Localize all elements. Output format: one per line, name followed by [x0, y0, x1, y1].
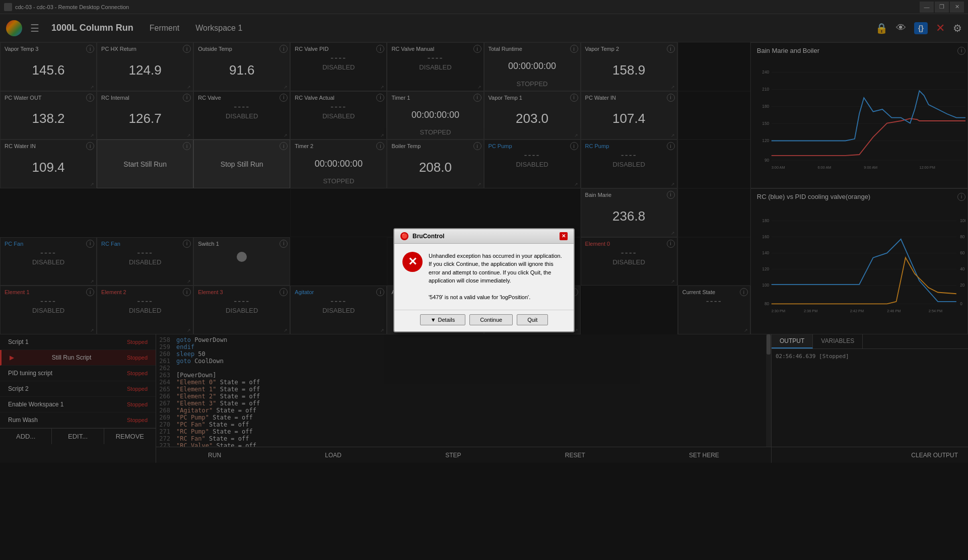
- dialog-title-icon: 🔴: [400, 232, 408, 240]
- dialog-detail: '5479' is not a valid value for 'logPosi…: [429, 294, 530, 300]
- dialog-close-button[interactable]: ✕: [560, 232, 568, 240]
- dialog-title: 🔴 BruControl ✕: [394, 229, 574, 244]
- dialog-title-text: BruControl: [412, 233, 444, 240]
- dialog-box: 🔴 BruControl ✕ ✕ Unhandled exception has…: [393, 228, 575, 332]
- dialog-message: Unhandled exception has occurred in your…: [429, 253, 562, 284]
- details-arrow: ▼: [431, 317, 436, 323]
- dialog-footer: ▼ Details Continue Quit: [394, 310, 574, 331]
- details-button[interactable]: ▼ Details: [420, 314, 466, 325]
- details-label: Details: [438, 317, 455, 323]
- dialog-error-icon: ✕: [402, 252, 423, 272]
- dialog-text: Unhandled exception has occurred in your…: [429, 252, 566, 302]
- quit-button[interactable]: Quit: [517, 314, 548, 325]
- dialog-overlay: 🔴 BruControl ✕ ✕ Unhandled exception has…: [0, 0, 968, 560]
- dialog-body: ✕ Unhandled exception has occurred in yo…: [394, 244, 574, 310]
- continue-button[interactable]: Continue: [469, 314, 513, 325]
